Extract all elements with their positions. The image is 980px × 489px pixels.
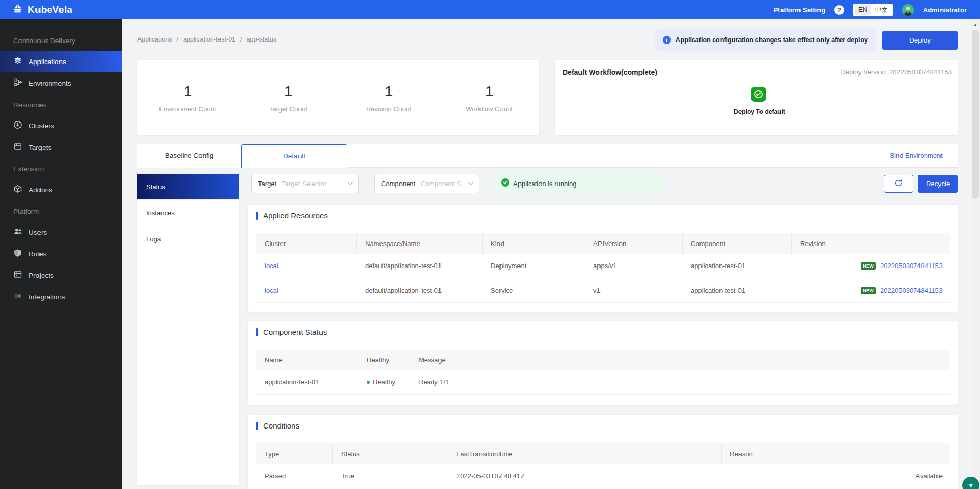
new-badge: NEW xyxy=(861,287,876,294)
layers-icon xyxy=(13,56,22,67)
table-header: Cluster Namespace/Name Kind APIVersion C… xyxy=(256,233,950,254)
help-icon[interactable]: ? xyxy=(834,5,844,15)
cube-icon xyxy=(13,185,22,195)
cell-lasttransitiontime: 2022-05-03T07:48:41Z xyxy=(448,472,722,480)
tab-baseline-config[interactable]: Baseline Config xyxy=(137,144,241,168)
table-row: local default/application-test-01 Deploy… xyxy=(256,254,950,278)
table-row: application-test-01 Healthy Ready:1/1 xyxy=(256,370,950,395)
sidebar-section-extension: Extension xyxy=(0,158,122,179)
window-icon xyxy=(13,270,22,280)
sidebar-item-clusters[interactable]: Clusters xyxy=(0,115,122,136)
component-selector[interactable]: Component Component S xyxy=(374,174,479,193)
banner-text: Application configuration changes take e… xyxy=(676,36,868,44)
lang-en-option[interactable]: EN xyxy=(855,5,871,15)
cell-kind: Service xyxy=(483,287,585,294)
subnav-item-logs[interactable]: Logs xyxy=(137,226,239,252)
sidebar-section-resources: Resources xyxy=(0,94,122,115)
table-row: local default/application-test-01 Servic… xyxy=(256,278,950,303)
refresh-button[interactable] xyxy=(884,175,913,193)
column-header-kind: Kind xyxy=(483,233,585,254)
table-header: Type Status LastTransitionTime Reason xyxy=(256,443,950,464)
deploy-button[interactable]: Deploy xyxy=(882,31,958,50)
cell-healthy: Healthy xyxy=(373,378,395,386)
stat-value: 1 xyxy=(238,83,338,100)
conditions-table: Type Status LastTransitionTime Reason Pa… xyxy=(256,443,950,488)
bind-environment-link[interactable]: Bind Environment xyxy=(890,144,943,168)
sidebar-item-roles[interactable]: Roles xyxy=(0,243,122,264)
workflow-title: Default Workflow(complete) xyxy=(563,68,657,76)
conditions-card: Conditions Type Status LastTransitionTim… xyxy=(248,415,958,489)
scrollbar-thumb[interactable] xyxy=(972,30,979,199)
component-status-title: Component Status xyxy=(263,328,327,336)
stat-environment-count: 1 Environment Count xyxy=(137,83,238,113)
workflow-card: Default Workflow(complete) Deploy Versio… xyxy=(555,60,958,135)
cell-component: application-test-01 xyxy=(683,287,792,294)
kubevela-boat-logo-icon xyxy=(11,3,24,17)
new-badge: NEW xyxy=(861,262,876,270)
cell-namespace-name: default/application-test-01 xyxy=(357,262,483,270)
sidebar-item-users[interactable]: Users xyxy=(0,221,122,243)
revision-link[interactable]: 20220503074841153 xyxy=(880,262,943,270)
cell-reason: Available xyxy=(722,472,950,480)
brand-name: KubeVela xyxy=(28,4,72,15)
workflow-success-check-icon xyxy=(751,87,766,102)
chevron-down-icon xyxy=(347,179,353,185)
scroll-up-arrow-icon[interactable]: ▲ xyxy=(971,21,980,29)
divider xyxy=(256,227,949,227)
cell-message: Ready:1/1 xyxy=(410,378,950,386)
cloud-icon xyxy=(13,120,22,131)
breadcrumb-applications[interactable]: Applications xyxy=(137,36,172,43)
environment-tabs: Baseline Config Default Bind Environment xyxy=(137,144,958,168)
recycle-button[interactable]: Recycle xyxy=(918,175,958,193)
subnav-item-instances[interactable]: Instances xyxy=(137,200,239,226)
refresh-icon xyxy=(894,179,903,189)
sidebar: Continuous Delivery Applications Environ… xyxy=(0,19,122,489)
deploy-version: Deploy Version: 20220503074841153 xyxy=(841,68,952,76)
cluster-link[interactable]: local xyxy=(265,262,278,270)
workflow-node-label: Deploy To default xyxy=(734,108,783,115)
success-check-icon xyxy=(501,178,509,189)
vertical-scrollbar[interactable]: ▲ ▼ xyxy=(971,19,980,489)
archive-icon xyxy=(13,142,22,152)
sidebar-item-environments[interactable]: Environments xyxy=(0,72,122,94)
tab-default[interactable]: Default xyxy=(241,144,347,168)
sidebar-item-integrations[interactable]: Integrations xyxy=(0,286,122,308)
conditions-title: Conditions xyxy=(263,421,299,430)
breadcrumb-app-status: app-status xyxy=(247,36,276,43)
sidebar-item-label: Integrations xyxy=(29,293,65,301)
user-name[interactable]: Administrator xyxy=(923,6,967,14)
breadcrumb: Applications / application-test-01 / app… xyxy=(137,36,276,43)
component-status-table: Name Healthy Message application-test-01… xyxy=(256,350,950,395)
sidebar-item-projects[interactable]: Projects xyxy=(0,264,122,286)
sidebar-section-platform: Platform xyxy=(0,200,122,221)
sidebar-item-label: Addons xyxy=(29,186,52,194)
deploy-info-banner: i Application configuration changes take… xyxy=(654,29,876,51)
sidebar-item-targets[interactable]: Targets xyxy=(0,136,122,158)
flow-icon xyxy=(13,78,22,88)
info-icon: i xyxy=(663,36,671,44)
column-header-type: Type xyxy=(256,443,333,464)
lang-zh-option[interactable]: 中文 xyxy=(872,4,891,16)
stat-label: Workflow Count xyxy=(439,105,539,113)
breadcrumb-application-test-01[interactable]: application-test-01 xyxy=(183,36,235,43)
target-selector[interactable]: Target Target Selector xyxy=(251,174,359,193)
sidebar-item-addons[interactable]: Addons xyxy=(0,179,122,200)
subnav-item-status[interactable]: Status xyxy=(137,174,239,200)
language-switcher[interactable]: EN 中文 xyxy=(853,4,893,16)
column-header-reason: Reason xyxy=(722,443,950,464)
cluster-link[interactable]: local xyxy=(265,287,278,294)
kubevela-app: KubeVela Platform Setting ? EN 中文 Admini… xyxy=(0,0,980,489)
revision-link[interactable]: 20220503074841153 xyxy=(880,287,943,294)
cell-component: application-test-01 xyxy=(683,262,792,270)
target-placeholder: Target Selector xyxy=(282,180,343,188)
section-head: Component Status xyxy=(256,328,327,336)
brand[interactable]: KubeVela xyxy=(0,3,72,17)
applied-resources-table: Cluster Namespace/Name Kind APIVersion C… xyxy=(256,233,950,303)
column-header-status: Status xyxy=(333,443,448,464)
sidebar-item-applications[interactable]: Applications xyxy=(0,51,122,72)
cell-apiversion: apps/v1 xyxy=(585,262,683,270)
divider xyxy=(256,437,949,437)
avatar[interactable] xyxy=(902,4,914,16)
workflow-node-deploy-to-default[interactable]: Deploy To default xyxy=(734,87,783,115)
platform-setting-link[interactable]: Platform Setting xyxy=(774,6,825,14)
